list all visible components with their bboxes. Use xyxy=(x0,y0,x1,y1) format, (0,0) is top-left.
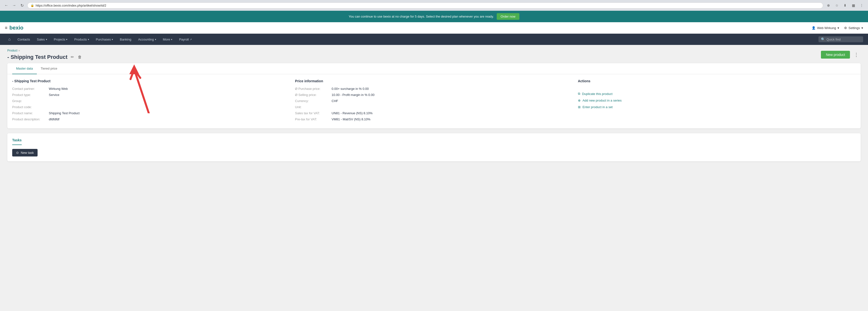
sales-caret: ▾ xyxy=(46,38,47,41)
product-title-text: - Shipping Test Product xyxy=(7,54,67,60)
product-name-value: Shipping Test Product xyxy=(49,111,80,115)
browser-nav-buttons: ← → ↻ xyxy=(3,2,25,9)
more-caret: ▾ xyxy=(171,38,172,41)
product-name-row: Product name: Shipping Test Product xyxy=(12,111,290,115)
product-desc-row: Product description: dfdfdfdf xyxy=(12,117,290,121)
nav-payroll[interactable]: Payroll ↗ xyxy=(176,34,195,45)
selling-price-value: 10.00 - Profit margin in % 0.00 xyxy=(332,93,374,97)
actions-list: ⧉ Duplicate this product ⊕ Add new produ… xyxy=(578,92,856,109)
product-type-label: Product type: xyxy=(12,93,49,97)
nav-contacts[interactable]: Contacts xyxy=(14,34,33,45)
extensions-icon[interactable]: ▦ xyxy=(850,2,857,9)
accounting-caret: ▾ xyxy=(155,38,156,41)
new-product-button[interactable]: New product xyxy=(821,51,850,59)
header-right: 👤 Web Wirkung ▾ ⚙ Settings ▾ xyxy=(812,26,863,30)
purchase-price-row: Ø Purchase price: 0.00+ surcharge in % 0… xyxy=(295,87,573,90)
currency-value: CHF xyxy=(332,99,338,103)
contact-partner-row: Contact partner: Wirkung Web xyxy=(12,87,290,90)
breadcrumb-text: Product xyxy=(7,49,17,52)
task-icon: ⊙ xyxy=(16,151,19,154)
unit-label: Unit: xyxy=(295,105,332,109)
add-series-icon: ⊕ xyxy=(578,98,581,102)
logo: ≡ bexio xyxy=(5,25,24,31)
bookmark-icon[interactable]: ☆ xyxy=(833,2,840,9)
nav-search[interactable]: 🔍 xyxy=(818,36,863,42)
back-button[interactable]: ← xyxy=(3,2,10,9)
user-caret: ▾ xyxy=(837,26,839,30)
translate-icon[interactable]: ⊕ xyxy=(825,2,832,9)
main-nav: ⌂ Contacts Sales ▾ Projects ▾ Products ▾… xyxy=(0,34,868,45)
menu-icon[interactable]: ⋮ xyxy=(858,2,865,9)
more-options-button[interactable]: ⋮ xyxy=(852,51,861,59)
page-title-actions: ✏ 🗑 xyxy=(70,54,83,60)
products-caret: ▾ xyxy=(88,38,89,41)
tasks-title: Tasks xyxy=(12,138,22,145)
duplicate-product-link[interactable]: ⧉ Duplicate this product xyxy=(578,92,856,96)
projects-caret: ▾ xyxy=(66,38,67,41)
order-now-button[interactable]: Order now xyxy=(497,13,519,20)
enter-set-link[interactable]: ⊞ Enter product in a set xyxy=(578,105,856,109)
browser-actions: ⊕ ☆ ⬇ ▦ ⋮ xyxy=(825,2,865,9)
delete-button[interactable]: 🗑 xyxy=(77,54,83,60)
unit-row: Unit: xyxy=(295,105,573,109)
nav-sales[interactable]: Sales ▾ xyxy=(33,34,51,45)
product-type-value: Service xyxy=(49,93,59,97)
contact-partner-value: Wirkung Web xyxy=(49,87,68,90)
purchase-price-value: 0.00+ surcharge in % 0.00 xyxy=(332,87,369,90)
nav-home[interactable]: ⌂ xyxy=(5,34,14,45)
pre-tax-label: Pre-tax for VAT: xyxy=(295,117,332,121)
pre-tax-value: VM81 - Mat/SV (NS) 8.10% xyxy=(332,117,370,121)
page-title: - Shipping Test Product ✏ 🗑 xyxy=(7,54,83,60)
settings-caret: ▾ xyxy=(861,26,863,30)
forward-button[interactable]: → xyxy=(11,2,18,9)
product-name-label: Product name: xyxy=(12,111,49,115)
download-icon[interactable]: ⬇ xyxy=(842,2,848,9)
product-desc-label: Product description: xyxy=(12,117,49,121)
contact-partner-label: Contact partner: xyxy=(12,87,49,90)
pre-tax-row: Pre-tax for VAT: VM81 - Mat/SV (NS) 8.10… xyxy=(295,117,573,121)
nav-banking[interactable]: Banking xyxy=(116,34,135,45)
sales-tax-row: Sales tax for VAT: UN81 - Revenue (NS) 8… xyxy=(295,111,573,115)
product-desc-value: dfdfdfdf xyxy=(49,117,59,121)
banner-text: You can continue to use bexio at no char… xyxy=(349,15,494,18)
reload-button[interactable]: ↻ xyxy=(19,2,25,9)
new-task-button[interactable]: ⊙ New task xyxy=(12,149,37,157)
header-right-actions: New product ⋮ xyxy=(821,51,861,59)
nav-more[interactable]: More ▾ xyxy=(159,34,176,45)
tab-tiered-price[interactable]: Tiered price xyxy=(37,63,61,74)
page-header: Product » - Shipping Test Product ✏ 🗑 Ne… xyxy=(7,45,861,63)
browser-chrome: ← → ↻ 🔒 https://office.bexio.com/index.p… xyxy=(0,0,868,11)
content-wrapper: Product » - Shipping Test Product ✏ 🗑 Ne… xyxy=(0,45,868,169)
external-link-icon: ↗ xyxy=(190,38,192,41)
edit-button[interactable]: ✏ xyxy=(70,54,75,60)
product-section-title: - Shipping Test Product xyxy=(12,79,290,83)
add-series-link[interactable]: ⊕ Add new product in a series xyxy=(578,98,856,102)
sales-tax-value: UN81 - Revenue (NS) 8.10% xyxy=(332,111,373,115)
user-menu[interactable]: 👤 Web Wirkung ▾ xyxy=(812,26,839,30)
purchases-caret: ▾ xyxy=(112,38,113,41)
group-row: Group: xyxy=(12,99,290,103)
product-type-row: Product type: Service xyxy=(12,93,290,97)
settings-menu[interactable]: ⚙ Settings ▾ xyxy=(844,26,863,30)
hamburger-icon[interactable]: ≡ xyxy=(5,25,7,30)
breadcrumb[interactable]: Product » xyxy=(7,49,83,52)
selling-price-label: Ø Selling price: xyxy=(295,93,332,97)
currency-label: Currency: xyxy=(295,99,332,103)
nav-purchases[interactable]: Purchases ▾ xyxy=(92,34,116,45)
enter-set-icon: ⊞ xyxy=(578,105,581,109)
sales-tax-label: Sales tax for VAT: xyxy=(295,111,332,115)
product-code-row: Product code: xyxy=(12,105,290,109)
search-icon: 🔍 xyxy=(821,37,825,41)
tab-master-data[interactable]: Master data xyxy=(12,63,37,74)
duplicate-icon: ⧉ xyxy=(578,92,580,96)
security-icon: 🔒 xyxy=(31,4,34,7)
nav-products[interactable]: Products ▾ xyxy=(71,34,92,45)
user-icon: 👤 xyxy=(812,26,815,30)
search-input[interactable] xyxy=(827,37,861,41)
selling-price-row: Ø Selling price: 10.00 - Profit margin i… xyxy=(295,93,573,97)
currency-row: Currency: CHF xyxy=(295,99,573,103)
logo-text: bexio xyxy=(9,25,24,31)
address-bar[interactable]: 🔒 https://office.bexio.com/index.php/art… xyxy=(27,2,823,8)
nav-accounting[interactable]: Accounting ▾ xyxy=(135,34,159,45)
nav-projects[interactable]: Projects ▾ xyxy=(51,34,71,45)
